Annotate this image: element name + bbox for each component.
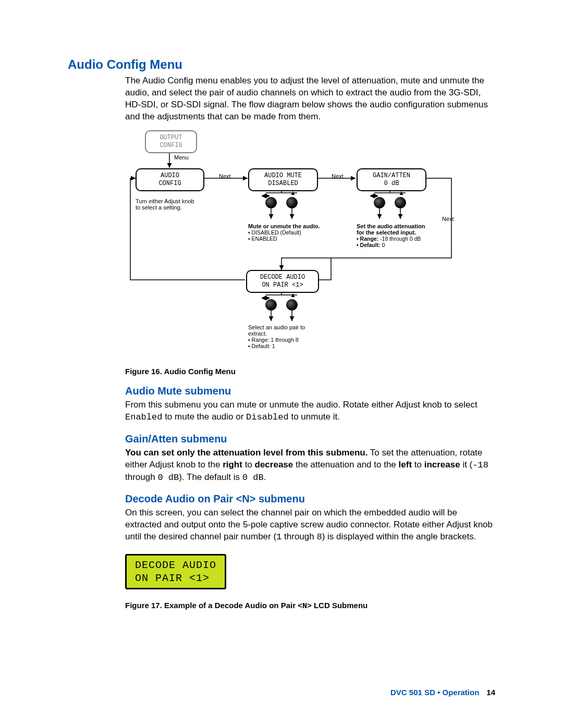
note-mute: Mute or unmute the audio. • DISABLED (De… <box>248 223 337 242</box>
intro-paragraph: The Audio Config menu enables you to adj… <box>125 75 495 123</box>
adjust-knob <box>286 299 298 311</box>
gain-atten-paragraph: You can set only the attenuation level f… <box>125 447 495 484</box>
lcd-decode-audio: DECODE AUDIOON PAIR <1> <box>125 554 226 589</box>
note-pair: Select an audio pair to extract. • Range… <box>248 324 337 349</box>
page-footer: DVC 501 SD • Operation14 <box>390 688 495 697</box>
label-next-1: Next <box>219 173 231 179</box>
adjust-knob <box>374 197 385 208</box>
heading-decode-audio-submenu: Decode Audio on Pair <N> submenu <box>125 493 495 505</box>
heading-audio-mute-submenu: Audio Mute submenu <box>125 385 495 397</box>
figure-17-caption: Figure 17. Example of a Decode Audio on … <box>125 601 495 611</box>
heading-gain-atten-submenu: Gain/Atten submenu <box>125 433 495 445</box>
label-next-2: Next <box>332 173 344 179</box>
box-gain-atten: GAIN/ATTEN0 dB <box>357 168 426 191</box>
box-audio-config: AUDIOCONFIG <box>136 168 204 191</box>
box-output-config: OUTPUTCONFIG <box>145 130 197 153</box>
audio-mute-paragraph: From this submenu you can mute or unmute… <box>125 399 495 424</box>
figure-16-caption: Figure 16. Audio Config Menu <box>125 367 495 376</box>
label-menu: Menu <box>174 154 189 161</box>
adjust-knob <box>265 299 277 311</box>
decode-paragraph: On this screen, you can select the chann… <box>125 507 495 544</box>
label-turn-knob: Turn either Adjust knobto select a setti… <box>136 198 219 211</box>
note-gain: Set the audio attenuation for the select… <box>357 223 456 248</box>
adjust-knob <box>395 197 406 208</box>
adjust-knob <box>265 197 277 208</box>
box-audio-mute: AUDIO MUTEDISABLED <box>248 168 318 191</box>
audio-config-diagram: OUTPUTCONFIG Menu AUDIOCONFIG Next AUDIO… <box>125 130 459 360</box>
adjust-knob <box>286 197 298 208</box>
label-next-3: Next <box>442 216 454 222</box>
box-decode-audio: DECODE AUDIOON PAIR <1> <box>246 270 319 293</box>
heading-audio-config: Audio Config Menu <box>68 57 495 72</box>
